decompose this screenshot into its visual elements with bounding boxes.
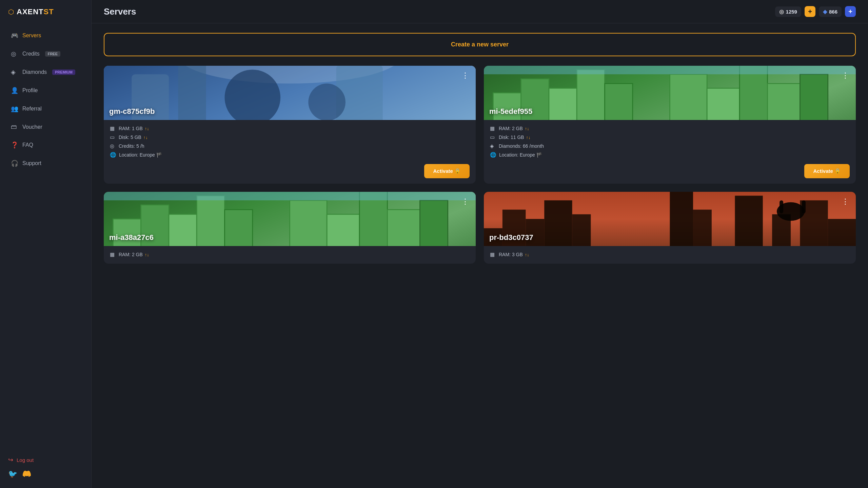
- add-diamonds-button[interactable]: +: [845, 6, 856, 17]
- logout-button[interactable]: ↪ Log out: [0, 451, 91, 466]
- sidebar-item-profile[interactable]: 👤 Profile: [3, 82, 88, 99]
- disk-stat: ▭ Disk: 11 GB ↑↓: [490, 134, 850, 140]
- ram-stat: ▦ RAM: 1 GB ↑↓: [110, 125, 470, 131]
- social-links: 🐦: [0, 466, 91, 488]
- logo-icon: ⬡: [8, 8, 14, 16]
- sidebar-item-referral[interactable]: 👥 Referral: [3, 100, 88, 117]
- sidebar-label-faq: FAQ: [22, 142, 33, 148]
- sort-arrows: ↑↓: [145, 252, 149, 257]
- header-right: ◎ 1259 + ◈ 866 +: [775, 6, 856, 17]
- ram-label: RAM: 2 GB ↑↓: [499, 126, 529, 131]
- server-menu-button[interactable]: ⋮: [840, 70, 851, 81]
- sidebar-label-credits: Credits: [22, 51, 40, 57]
- sidebar-item-credits[interactable]: ◎ Credits FREE: [3, 45, 88, 62]
- diamonds-icon: ◈: [11, 68, 18, 76]
- sidebar-item-voucher[interactable]: 🗃 Voucher: [3, 119, 88, 135]
- svg-rect-19: [484, 66, 856, 74]
- card-footer: Activate 🔒: [104, 164, 476, 184]
- servers-icon: 🎮: [11, 32, 18, 39]
- activate-button[interactable]: Activate 🔒: [804, 164, 850, 178]
- location-icon: 🌐: [110, 152, 116, 158]
- ram-label: RAM: 1 GB ↑↓: [119, 126, 149, 131]
- credits-amount: 1259: [786, 9, 797, 15]
- nav-menu: 🎮 Servers ◎ Credits FREE ◈ Diamonds PREM…: [0, 24, 91, 451]
- location-label: Location: Europe 🏴: [499, 152, 542, 158]
- server-menu-button[interactable]: ⋮: [840, 196, 851, 207]
- location-stat: 🌐 Location: Europe 🏴: [490, 152, 850, 158]
- flag-icon: 🏴: [536, 152, 542, 158]
- server-card: pr-bd3c0737⋮▦ RAM: 3 GB ↑↓: [484, 192, 856, 264]
- cost-label: Diamonds: 66 /month: [499, 143, 544, 149]
- server-name: mi-a38a27c6: [104, 229, 476, 246]
- faq-icon: ❓: [11, 141, 18, 149]
- sidebar: ⬡ AXENTST 🎮 Servers ◎ Credits FREE ◈ Dia…: [0, 0, 92, 488]
- card-footer: Activate 🔒: [484, 164, 856, 184]
- cost-icon: ◈: [490, 143, 496, 149]
- diamonds-pill: ◈ 866: [819, 6, 842, 17]
- credits-icon: ◎: [11, 50, 18, 58]
- diamonds-badge: PREMIUM: [52, 69, 75, 75]
- server-card: mi-a38a27c6⋮▦ RAM: 2 GB ↑↓: [104, 192, 476, 264]
- sidebar-label-diamonds: Diamonds: [22, 69, 47, 75]
- sidebar-label-referral: Referral: [22, 106, 42, 112]
- main-content: Servers ◎ 1259 + ◈ 866 + Create a new se…: [92, 0, 868, 488]
- discord-icon[interactable]: [23, 470, 31, 480]
- support-icon: 🎧: [11, 160, 18, 167]
- sort-arrows: ↑↓: [145, 126, 149, 131]
- cost-stat: ◈ Diamonds: 66 /month: [490, 143, 850, 149]
- sort-arrows-disk: ↑↓: [143, 135, 148, 140]
- ram-stat: ▦ RAM: 2 GB ↑↓: [490, 125, 850, 131]
- disk-icon: ▭: [110, 134, 116, 140]
- disk-stat: ▭ Disk: 5 GB ↑↓: [110, 134, 470, 140]
- activate-button[interactable]: Activate 🔒: [424, 164, 470, 178]
- ram-stat: ▦ RAM: 2 GB ↑↓: [110, 251, 470, 258]
- disk-label: Disk: 11 GB ↑↓: [499, 135, 531, 140]
- server-name: pr-bd3c0737: [484, 229, 856, 246]
- page-title: Servers: [104, 6, 136, 17]
- credits-badge: FREE: [45, 51, 60, 57]
- sidebar-item-servers[interactable]: 🎮 Servers: [3, 27, 88, 44]
- twitter-icon[interactable]: 🐦: [8, 470, 17, 480]
- svg-rect-52: [802, 200, 806, 213]
- ram-label: RAM: 2 GB ↑↓: [119, 252, 149, 257]
- logo-area: ⬡ AXENTST: [0, 0, 91, 24]
- svg-rect-34: [104, 192, 476, 200]
- logo-highlight: ST: [44, 7, 54, 16]
- logout-label: Log out: [17, 457, 34, 463]
- diamonds-pill-icon: ◈: [823, 8, 827, 15]
- location-icon: 🌐: [490, 152, 496, 158]
- disk-label: Disk: 5 GB ↑↓: [119, 135, 148, 140]
- create-server-button[interactable]: Create a new server: [104, 33, 856, 56]
- sidebar-item-faq[interactable]: ❓ FAQ: [3, 137, 88, 154]
- cost-stat: ◎ Credits: 5 /h: [110, 143, 470, 149]
- svg-rect-51: [780, 200, 783, 213]
- add-credits-button[interactable]: +: [805, 6, 815, 17]
- ram-icon: ▦: [110, 125, 116, 131]
- server-menu-button[interactable]: ⋮: [459, 196, 471, 207]
- sidebar-label-servers: Servers: [22, 33, 41, 39]
- cost-icon: ◎: [110, 143, 116, 149]
- server-card: gm-c875cf9b⋮▦ RAM: 1 GB ↑↓▭ Disk: 5 GB ↑…: [104, 66, 476, 184]
- profile-icon: 👤: [11, 87, 18, 94]
- ram-icon: ▦: [490, 251, 496, 258]
- server-card: mi-5edef955⋮▦ RAM: 2 GB ↑↓▭ Disk: 11 GB …: [484, 66, 856, 184]
- ram-icon: ▦: [110, 251, 116, 258]
- location-label: Location: Europe 🏴: [119, 152, 162, 158]
- ram-label: RAM: 3 GB ↑↓: [499, 252, 529, 257]
- credits-pill-icon: ◎: [779, 8, 784, 15]
- sort-arrows-disk: ↑↓: [526, 135, 531, 140]
- sidebar-item-support[interactable]: 🎧 Support: [3, 155, 88, 172]
- content-area: Create a new server gm-c875cf9b⋮▦ RAM: 1…: [92, 23, 868, 488]
- ram-stat: ▦ RAM: 3 GB ↑↓: [490, 251, 850, 258]
- sidebar-label-voucher: Voucher: [22, 124, 42, 130]
- server-name: gm-c875cf9b: [104, 103, 476, 120]
- server-name: mi-5edef955: [484, 103, 856, 120]
- sidebar-item-diamonds[interactable]: ◈ Diamonds PREMIUM: [3, 64, 88, 81]
- diamonds-amount: 866: [829, 9, 837, 15]
- server-menu-button[interactable]: ⋮: [459, 70, 471, 81]
- location-stat: 🌐 Location: Europe 🏴: [110, 152, 470, 158]
- referral-icon: 👥: [11, 105, 18, 113]
- sort-arrows: ↑↓: [525, 252, 529, 257]
- credits-pill: ◎ 1259: [775, 6, 801, 17]
- disk-icon: ▭: [490, 134, 496, 140]
